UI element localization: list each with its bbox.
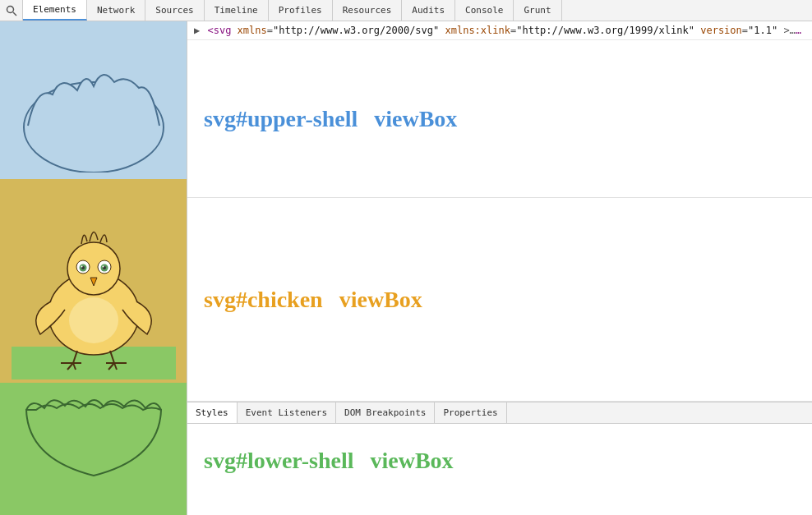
tab-audits[interactable]: Audits [402, 0, 455, 21]
devtools-toolbar: Elements Network Sources Timeline Profil… [0, 0, 812, 21]
tab-event-listeners[interactable]: Event Listeners [238, 402, 336, 423]
svg-point-13 [102, 266, 104, 268]
upper-shell-selector: svg#upper-shell [204, 106, 358, 132]
tab-console[interactable]: Console [455, 0, 514, 21]
svg-tag-open: <svg [207, 25, 231, 36]
tab-elements[interactable]: Elements [23, 0, 87, 21]
chicken-selector: svg#chicken [204, 287, 323, 313]
upper-shell-viewbox: viewBox [374, 106, 457, 132]
ellipsis-text: >…</svg> [783, 25, 812, 36]
toolbar-tabs: Elements Network Sources Timeline Profil… [23, 0, 562, 21]
upper-shell-preview [12, 29, 176, 172]
attr-xlink-value: "http://www.w3.org/1999/xlink" [516, 25, 694, 36]
tab-timeline[interactable]: Timeline [205, 0, 269, 21]
attr-version-value: "1.1" [748, 25, 777, 36]
styles-tabs: Styles Event Listeners DOM Breakpoints P… [187, 402, 812, 424]
tab-network[interactable]: Network [87, 0, 145, 21]
search-icon[interactable] [0, 0, 23, 21]
tab-styles[interactable]: Styles [187, 402, 238, 423]
chicken-preview [12, 182, 176, 379]
chicken-label-area: svg#chicken viewBox [187, 287, 439, 313]
tab-sources[interactable]: Sources [145, 0, 204, 21]
svg-point-0 [7, 6, 13, 12]
lower-shell-preview [12, 385, 176, 516]
styles-content: svg#lower-shell viewBox [187, 424, 812, 498]
styles-panel: Styles Event Listeners DOM Breakpoints P… [187, 402, 812, 498]
attr-version: version [700, 25, 742, 36]
tab-dom-breakpoints[interactable]: DOM Breakpoints [336, 402, 435, 423]
tab-resources[interactable]: Resources [333, 0, 403, 21]
preview-lower-shell [0, 383, 187, 515]
svg-line-1 [13, 12, 16, 16]
dom-source-line: ▶ <svg xmlns="http://www.w3.org/2000/svg… [187, 21, 812, 40]
lower-shell-selector: svg#lower-shell [204, 448, 354, 474]
lower-shell-viewbox: viewBox [371, 448, 454, 474]
main-area: ▶ <svg xmlns="http://www.w3.org/2000/svg… [0, 21, 812, 515]
upper-shell-label-area: svg#upper-shell viewBox [187, 40, 812, 197]
preview-upper-shell [0, 21, 187, 179]
attr-xmlns: xmlns [238, 25, 267, 36]
preview-panel [0, 21, 187, 515]
svg-point-20 [69, 297, 118, 343]
svg-point-5 [67, 242, 120, 295]
triangle-icon[interactable]: ▶ [194, 25, 200, 36]
chicken-viewbox: viewBox [339, 287, 422, 313]
svg-point-9 [81, 266, 82, 268]
preview-chicken [0, 179, 187, 383]
tab-grunt[interactable]: Grunt [514, 0, 561, 21]
attr-xlink: xmlns:xlink [445, 25, 510, 36]
tab-profiles[interactable]: Profiles [269, 0, 333, 21]
inspector-section-upper: svg#upper-shell viewBox [187, 40, 812, 198]
tab-properties[interactable]: Properties [435, 402, 506, 423]
inspector-panel: ▶ <svg xmlns="http://www.w3.org/2000/svg… [187, 21, 812, 515]
attr-xmlns-value: "http://www.w3.org/2000/svg" [273, 25, 439, 36]
inspector-section-middle: svg#chicken viewBox [187, 198, 812, 402]
